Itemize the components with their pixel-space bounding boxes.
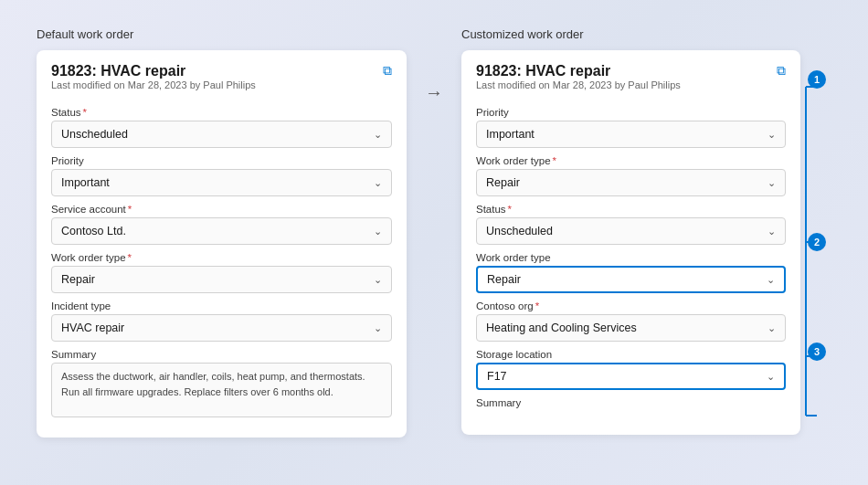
customized-column-title: Customized work order	[461, 27, 831, 41]
default-select-work-order-type[interactable]: Repair ⌄	[51, 266, 392, 293]
default-select-priority[interactable]: Important ⌄	[51, 169, 392, 196]
default-label-priority: Priority	[51, 155, 392, 166]
customized-label-contoso-org: Contoso org *	[476, 300, 786, 311]
customized-label-work-order-type: Work order type *	[476, 155, 786, 166]
customized-field-contoso-org: Contoso org * Heating and Cooling Servic…	[476, 300, 786, 342]
default-field-incident-type: Incident type HVAC repair ⌄	[51, 300, 392, 342]
default-column-title: Default work order	[37, 27, 407, 41]
customized-card-title: 91823: HVAC repair	[476, 63, 681, 79]
default-card: 91823: HVAC repair Last modified on Mar …	[37, 50, 407, 438]
default-label-status: Status *	[51, 107, 392, 118]
customized-select-work-order-type-2[interactable]: Repair ⌄	[476, 266, 786, 293]
chevron-icon: ⌄	[767, 129, 776, 141]
default-field-work-order-type: Work order type * Repair ⌄	[51, 252, 392, 293]
customized-card-header: 91823: HVAC repair Last modified on Mar …	[476, 63, 786, 101]
customized-label-summary: Summary	[476, 397, 786, 408]
main-container: Default work order 91823: HVAC repair La…	[37, 27, 831, 438]
chevron-icon: ⌄	[767, 274, 775, 286]
default-card-header: 91823: HVAC repair Last modified on Mar …	[51, 63, 392, 101]
customized-select-work-order-type[interactable]: Repair ⌄	[476, 169, 786, 196]
bracket-svg	[802, 78, 831, 470]
chevron-icon: ⌄	[374, 129, 382, 141]
default-field-status: Status * Unscheduled ⌄	[51, 107, 392, 148]
default-card-subtitle: Last modified on Mar 28, 2023 by Paul Ph…	[51, 79, 256, 90]
default-label-work-order-type: Work order type *	[51, 252, 392, 263]
badge-2: 2	[808, 233, 826, 251]
customized-label-storage-location: Storage location	[476, 349, 786, 360]
customized-field-summary: Summary	[476, 397, 786, 415]
default-label-service-account: Service account *	[51, 204, 392, 215]
customized-select-contoso-org[interactable]: Heating and Cooling Services ⌄	[476, 314, 786, 342]
default-label-incident-type: Incident type	[51, 300, 392, 311]
customized-label-priority: Priority	[476, 107, 786, 118]
default-select-service-account[interactable]: Contoso Ltd. ⌄	[51, 217, 392, 245]
customized-column: Customized work order 91823: HVAC repair…	[461, 27, 831, 435]
customized-select-storage-location[interactable]: F17 ⌄	[476, 363, 786, 390]
default-field-priority: Priority Important ⌄	[51, 155, 392, 196]
customized-select-status[interactable]: Unscheduled ⌄	[476, 217, 786, 245]
badge-1: 1	[808, 70, 826, 89]
arrow-divider: →	[407, 27, 461, 103]
customized-field-storage-location: Storage location F17 ⌄	[476, 349, 786, 390]
default-label-summary: Summary	[51, 349, 392, 360]
customized-card: 91823: HVAC repair Last modified on Mar …	[461, 50, 800, 435]
customized-field-priority: Priority Important ⌄	[476, 107, 786, 148]
arrow-icon: →	[425, 82, 443, 103]
chevron-icon: ⌄	[767, 322, 776, 334]
customized-select-priority[interactable]: Important ⌄	[476, 121, 786, 148]
customized-field-work-order-type-2: Work order type Repair ⌄	[476, 252, 786, 293]
chevron-icon: ⌄	[374, 322, 382, 334]
default-select-status[interactable]: Unscheduled ⌄	[51, 121, 392, 148]
default-field-summary: Summary Assess the ductwork, air handler…	[51, 349, 392, 417]
chevron-icon: ⌄	[767, 177, 776, 189]
default-link-icon[interactable]: ⧉	[383, 63, 392, 79]
chevron-icon: ⌄	[767, 226, 776, 237]
customized-label-work-order-type-2: Work order type	[476, 252, 786, 263]
default-select-incident-type[interactable]: HVAC repair ⌄	[51, 314, 392, 342]
customized-field-work-order-type: Work order type * Repair ⌄	[476, 155, 786, 196]
chevron-icon: ⌄	[374, 274, 382, 286]
chevron-icon: ⌄	[374, 226, 382, 237]
customized-label-status: Status *	[476, 204, 786, 215]
default-field-service-account: Service account * Contoso Ltd. ⌄	[51, 204, 392, 245]
chevron-icon: ⌄	[767, 371, 775, 383]
chevron-icon: ⌄	[374, 177, 382, 189]
badge-3: 3	[808, 343, 826, 361]
default-textarea-summary[interactable]: Assess the ductwork, air handler, coils,…	[51, 363, 392, 417]
customized-field-status: Status * Unscheduled ⌄	[476, 204, 786, 245]
default-column: Default work order 91823: HVAC repair La…	[37, 27, 407, 438]
customized-link-icon[interactable]: ⧉	[777, 63, 786, 79]
default-card-title: 91823: HVAC repair	[51, 63, 256, 79]
customized-card-subtitle: Last modified on Mar 28, 2023 by Paul Ph…	[476, 79, 681, 90]
